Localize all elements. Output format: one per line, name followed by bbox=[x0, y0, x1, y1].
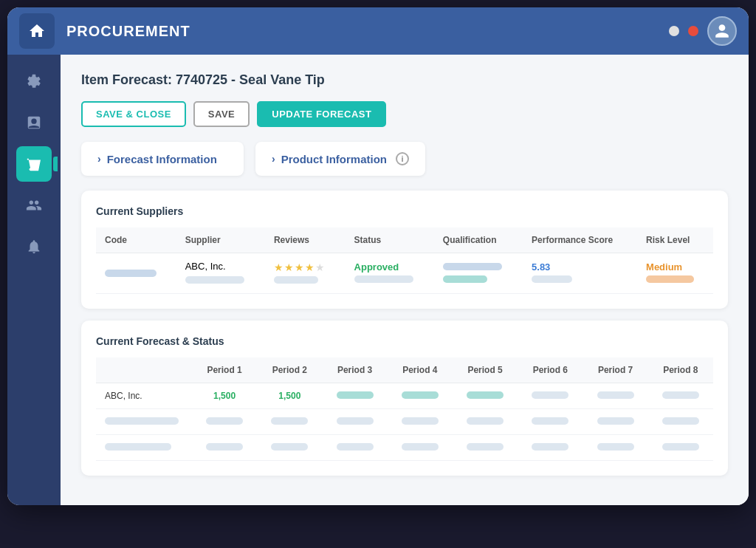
forecast-col-p6: Period 6 bbox=[518, 357, 583, 383]
reviews-bar2 bbox=[274, 276, 318, 284]
table-row: ABC, Inc. ★★★★★ Approved bbox=[96, 253, 713, 294]
panels-row: › Forecast Information › Product Informa… bbox=[81, 142, 728, 176]
col-qualification: Qualification bbox=[434, 227, 523, 253]
forecast-col-p7: Period 7 bbox=[583, 357, 648, 383]
status-cell: Approved bbox=[346, 253, 434, 294]
sidebar-item-cart[interactable] bbox=[16, 146, 52, 182]
supplier-name: ABC, Inc. bbox=[185, 261, 256, 272]
forecast-panel-label: Forecast Information bbox=[107, 153, 217, 165]
forecast-col-p5: Period 5 bbox=[453, 357, 518, 383]
forecast-card: Current Forecast & Status Period 1 Perio… bbox=[81, 321, 728, 476]
forecast-col-p1: Period 1 bbox=[192, 357, 257, 383]
col-reviews: Reviews bbox=[265, 227, 346, 253]
risk-cell: Medium bbox=[637, 253, 713, 294]
page-title: Item Forecast: 7740725 - Seal Vane Tip bbox=[81, 72, 728, 88]
status-bar2 bbox=[354, 275, 413, 283]
forecast-p1: 1,500 bbox=[192, 383, 257, 409]
forecast-col-p3: Period 3 bbox=[323, 357, 388, 383]
forecast-p8 bbox=[648, 383, 713, 409]
forecast-title: Current Forecast & Status bbox=[96, 335, 713, 347]
code-bar bbox=[105, 270, 157, 277]
forecast-col-p2: Period 2 bbox=[257, 357, 322, 383]
star-rating: ★★★★★ bbox=[274, 261, 337, 273]
update-forecast-button[interactable]: UPDATE FORECAST bbox=[257, 101, 386, 127]
status-dot-red bbox=[688, 26, 698, 36]
risk-bar2 bbox=[646, 275, 694, 283]
suppliers-table: Code Supplier Reviews Status Qualificati… bbox=[96, 227, 713, 294]
product-panel-label: Product Information bbox=[281, 153, 387, 165]
sidebar-item-users[interactable] bbox=[16, 188, 52, 223]
stars-filled: ★★★★ bbox=[274, 261, 315, 273]
action-bar: SAVE & CLOSE SAVE UPDATE FORECAST bbox=[81, 101, 728, 127]
product-panel-tab[interactable]: › Product Information i bbox=[255, 142, 425, 176]
app-title: PROCUREMENT bbox=[66, 23, 669, 40]
perf-bar2 bbox=[532, 275, 572, 283]
risk-value: Medium bbox=[646, 261, 704, 273]
product-chevron: › bbox=[272, 153, 275, 165]
avatar-icon bbox=[714, 23, 730, 39]
home-button[interactable] bbox=[19, 13, 55, 49]
sidebar bbox=[7, 55, 61, 505]
col-code: Code bbox=[96, 227, 176, 253]
supplier-bar2 bbox=[185, 276, 244, 284]
sidebar-item-notifications[interactable] bbox=[16, 229, 52, 264]
nav-icons bbox=[669, 16, 737, 46]
forecast-chevron: › bbox=[97, 153, 101, 165]
forecast-col-p8: Period 8 bbox=[648, 357, 713, 383]
star-empty: ★ bbox=[315, 261, 326, 273]
performance-score: 5.83 bbox=[532, 261, 628, 273]
table-row: ABC, Inc. 1,500 1,500 bbox=[96, 383, 713, 409]
forecast-panel-tab[interactable]: › Forecast Information bbox=[81, 142, 244, 176]
reviews-cell: ★★★★★ bbox=[265, 253, 346, 294]
forecast-p3 bbox=[323, 383, 388, 409]
forecast-p4 bbox=[388, 383, 453, 409]
forecast-p2: 1,500 bbox=[257, 383, 322, 409]
forecast-col-p4: Period 4 bbox=[388, 357, 453, 383]
forecast-p7 bbox=[583, 383, 648, 409]
suppliers-title: Current Suppliers bbox=[96, 205, 713, 217]
forecast-supplier-name: ABC, Inc. bbox=[96, 383, 192, 409]
top-nav: PROCUREMENT bbox=[7, 7, 749, 55]
forecast-p5 bbox=[453, 383, 518, 409]
save-close-button[interactable]: SAVE & CLOSE bbox=[81, 101, 186, 127]
table-row-placeholder bbox=[96, 409, 713, 435]
col-supplier: Supplier bbox=[176, 227, 265, 253]
performance-cell: 5.83 bbox=[523, 253, 637, 294]
col-risk: Risk Level bbox=[637, 227, 713, 253]
qual-bar2 bbox=[443, 275, 487, 283]
supplier-code-cell bbox=[96, 253, 176, 294]
status-value: Approved bbox=[354, 261, 425, 273]
home-icon bbox=[28, 22, 46, 40]
col-performance: Performance Score bbox=[523, 227, 637, 253]
forecast-table: Period 1 Period 2 Period 3 Period 4 Peri… bbox=[96, 357, 713, 461]
forecast-p6 bbox=[518, 383, 583, 409]
supplier-name-cell: ABC, Inc. bbox=[176, 253, 265, 294]
qualification-cell bbox=[434, 253, 523, 294]
save-button[interactable]: SAVE bbox=[193, 101, 250, 127]
forecast-col-supplier bbox=[96, 357, 192, 383]
main-content: Item Forecast: 7740725 - Seal Vane Tip S… bbox=[61, 55, 749, 505]
table-row-placeholder2 bbox=[96, 435, 713, 461]
sidebar-item-reports[interactable] bbox=[16, 105, 52, 140]
suppliers-card: Current Suppliers Code Supplier Reviews … bbox=[81, 191, 728, 309]
product-info-icon: i bbox=[396, 152, 409, 165]
user-avatar[interactable] bbox=[707, 16, 737, 46]
qual-bar bbox=[443, 263, 502, 270]
status-dot-gray bbox=[669, 26, 679, 36]
sidebar-item-settings[interactable] bbox=[16, 64, 52, 99]
col-status: Status bbox=[346, 227, 434, 253]
